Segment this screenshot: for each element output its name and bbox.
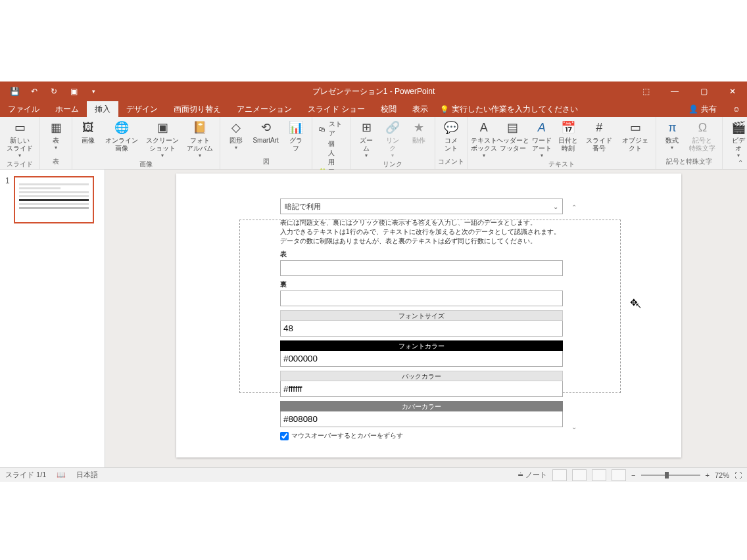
normal-view-button[interactable]	[552, 469, 567, 481]
scroll-down-icon[interactable]: ⌄	[569, 422, 579, 431]
wordart-button[interactable]: A ワード アート ▾	[529, 118, 555, 160]
symbol-icon: Ω	[694, 120, 710, 135]
front-input[interactable]	[280, 260, 563, 276]
slide-canvas[interactable]: ⌃ 暗記で利用 ⌄ 表には問題文を、裏にはクリック後に表示する答えを入力し、一組…	[176, 174, 681, 457]
start-slideshow-icon[interactable]: ▣	[64, 82, 83, 101]
notes-button[interactable]: ≐ ノート	[518, 470, 547, 480]
table-icon: ▦	[48, 120, 64, 135]
datetime-button[interactable]: 📅 日付と 時刻	[555, 118, 581, 154]
fontsize-header: フォントサイズ	[280, 310, 563, 321]
tab-review[interactable]: 校閲	[373, 101, 404, 117]
fit-to-window-button[interactable]: ⛶	[735, 471, 742, 479]
zoom-level[interactable]: 72%	[715, 471, 729, 479]
mode-select[interactable]: 暗記で利用 ⌄	[280, 198, 563, 214]
action-icon: ★	[411, 120, 427, 135]
smartart-icon: ⟲	[258, 120, 274, 135]
photo-album-button[interactable]: 📔 フォト アルバム ▾	[183, 118, 217, 160]
link-icon: 🔗	[385, 120, 400, 135]
online-picture-icon: 🌐	[114, 120, 130, 135]
picture-button[interactable]: 🖼 画像	[75, 118, 101, 146]
slide-editing-area[interactable]: ⌃ 暗記で利用 ⌄ 表には問題文を、裏にはクリック後に表示する答えを入力し、一組…	[105, 170, 747, 482]
backcolor-input[interactable]	[280, 381, 563, 397]
tab-insert[interactable]: 挿入	[87, 101, 118, 117]
minimize-icon[interactable]: —	[660, 82, 689, 101]
object-button[interactable]: ▭ オブジェクト	[617, 118, 654, 154]
slidenumber-button[interactable]: # スライド番号	[581, 118, 617, 154]
zoom-in-button[interactable]: +	[706, 471, 710, 479]
redo-icon[interactable]: ↻	[45, 82, 63, 101]
tab-view[interactable]: 表示	[404, 101, 436, 117]
zoom-slider[interactable]	[641, 475, 700, 476]
video-button[interactable]: 🎬 ビデオ ▾	[725, 118, 747, 160]
tab-transitions[interactable]: 画面切り替え	[166, 101, 229, 117]
hover-checkbox[interactable]	[280, 432, 289, 440]
textbox-icon: A	[476, 120, 492, 135]
textbox-button[interactable]: A テキスト ボックス ▾	[470, 118, 497, 160]
slideshow-view-button[interactable]	[612, 469, 626, 481]
comment-button[interactable]: 💬 コメント	[438, 118, 464, 154]
fontcolor-input[interactable]	[280, 351, 563, 367]
spellcheck-icon[interactable]: 📖	[57, 471, 66, 479]
back-input[interactable]	[280, 291, 563, 306]
group-tables-label: 表	[43, 157, 69, 168]
title-bar: 💾 ↶ ↻ ▣ ▾ プレゼンテーション1 - PowerPoint ⬚ — ▢ …	[0, 82, 747, 101]
slide-thumbnail-1[interactable]: 1	[5, 176, 99, 223]
ribbon-tabs: ファイル ホーム 挿入 デザイン 画面切り替え アニメーション スライド ショー…	[0, 101, 747, 117]
covercolor-input[interactable]	[280, 411, 563, 427]
tell-me-search[interactable]: 💡 実行したい作業を入力してください	[440, 104, 578, 115]
fontsize-input[interactable]	[280, 321, 563, 337]
new-slide-icon: ▭	[12, 120, 28, 135]
zoom-out-button[interactable]: −	[631, 471, 635, 479]
covercolor-header: カバーカラー	[280, 401, 563, 411]
link-button[interactable]: 🔗 リン ク ▾	[379, 118, 406, 160]
status-language[interactable]: 日本語	[76, 470, 98, 480]
new-slide-button[interactable]: ▭ 新しい スライド ▾	[3, 118, 37, 160]
close-icon[interactable]: ✕	[718, 82, 747, 101]
ribbon-display-icon[interactable]: ⬚	[631, 82, 660, 101]
share-label: 共有	[701, 104, 717, 115]
sorter-view-button[interactable]	[572, 469, 587, 481]
header-footer-button[interactable]: ▤ ヘッダーと フッター	[497, 118, 529, 154]
move-cursor-icon: ✥↖	[630, 297, 644, 308]
ribbon: ▭ 新しい スライド ▾ スライド ▦ 表 ▾ 表 🖼 画像 🌐 オンライン 画…	[0, 117, 747, 170]
group-symbols-label: 記号と特殊文字	[659, 157, 719, 168]
undo-icon[interactable]: ↶	[25, 82, 43, 101]
action-button[interactable]: ★ 動作	[406, 118, 432, 146]
shapes-button[interactable]: ◇ 図形 ▾	[223, 118, 249, 152]
picture-icon: 🖼	[80, 120, 96, 135]
equation-button[interactable]: π 数式 ▾	[659, 118, 685, 152]
tab-design[interactable]: デザイン	[118, 101, 166, 117]
online-picture-button[interactable]: 🌐 オンライン 画像	[101, 118, 142, 154]
screenshot-icon: ▣	[155, 120, 170, 135]
chevron-down-icon: ⌄	[553, 203, 558, 210]
hover-checkbox-row[interactable]: マウスオーバーするとカバーをずらす	[280, 431, 563, 440]
thumbnail-panel: 1	[0, 170, 105, 482]
group-images-label: 画像	[75, 160, 217, 170]
hover-checkbox-label: マウスオーバーするとカバーをずらす	[291, 431, 403, 440]
symbol-button[interactable]: Ω 記号と 特殊文字	[685, 118, 719, 154]
share-button[interactable]: 👤 共有	[679, 104, 726, 115]
thumbnail-preview	[14, 176, 94, 223]
maximize-icon[interactable]: ▢	[689, 82, 718, 101]
scroll-up-icon[interactable]: ⌃	[569, 202, 579, 212]
tab-animations[interactable]: アニメーション	[229, 101, 300, 117]
chart-button[interactable]: 📊 グラフ	[282, 118, 309, 154]
tab-home[interactable]: ホーム	[47, 101, 87, 117]
tab-file[interactable]: ファイル	[0, 101, 47, 117]
equation-icon: π	[664, 120, 680, 135]
save-icon[interactable]: 💾	[5, 82, 24, 101]
collapse-ribbon-icon[interactable]: ⌃	[738, 159, 743, 166]
qat-customize-icon[interactable]: ▾	[84, 82, 103, 101]
zoom-button[interactable]: ⊞ ズーム ▾	[353, 118, 379, 160]
smartart-button[interactable]: ⟲ SmartArt	[249, 118, 282, 146]
screenshot-button[interactable]: ▣ スクリーン ショット ▾	[142, 118, 183, 160]
reading-view-button[interactable]	[592, 469, 606, 481]
store-button[interactable]: 🛍ストア	[318, 120, 345, 138]
table-button[interactable]: ▦ 表 ▾	[43, 118, 69, 152]
tab-slideshow[interactable]: スライド ショー	[300, 101, 373, 117]
feedback-icon[interactable]: ☺	[726, 105, 747, 114]
datetime-icon: 📅	[560, 120, 576, 135]
store-icon: 🛍	[318, 124, 326, 134]
backcolor-header: バックカラー	[280, 371, 563, 381]
status-bar: スライド 1/1 📖 日本語 ≐ ノート − + 72% ⛶	[0, 467, 747, 482]
